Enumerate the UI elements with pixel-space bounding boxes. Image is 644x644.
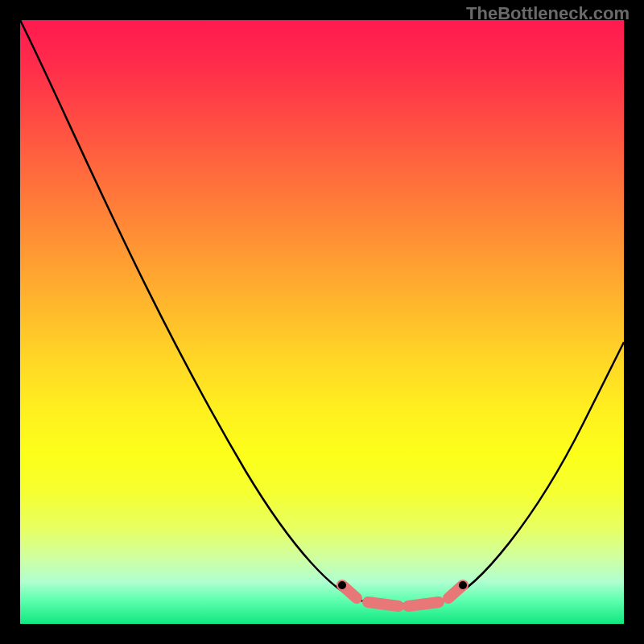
highlight-minimum-region <box>342 585 463 606</box>
bottleneck-curve <box>20 20 624 624</box>
curve-left-descent <box>20 20 358 600</box>
curve-right-ascent <box>447 342 624 600</box>
highlight-dot-left <box>338 581 346 589</box>
chart-plot-area <box>20 20 624 624</box>
highlight-dot-right <box>459 581 467 589</box>
svg-line-2 <box>408 602 439 606</box>
svg-line-1 <box>368 602 398 606</box>
watermark-text: TheBottleneck.com <box>466 3 630 24</box>
